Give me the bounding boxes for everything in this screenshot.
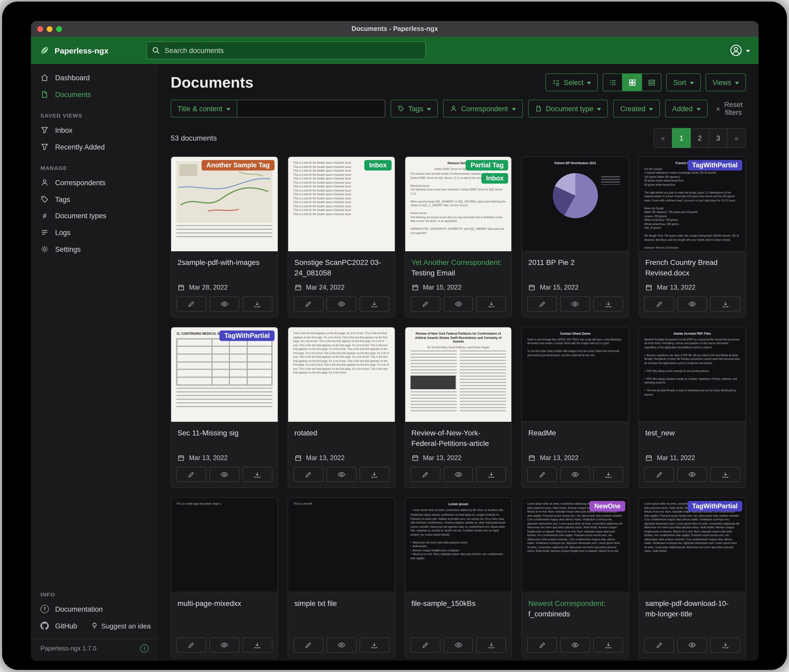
edit-button[interactable] (527, 637, 557, 653)
edit-button[interactable] (294, 637, 323, 653)
sidebar-item-github[interactable]: GitHub (31, 618, 77, 634)
document-thumbnail[interactable]: Review of New York Federal Petitions for… (405, 327, 511, 422)
document-thumbnail[interactable]: Lorem ipsum dolor sit amet, consectetur … (639, 498, 746, 592)
document-correspondent[interactable]: Yet Another Correspondent: (411, 258, 502, 266)
document-card[interactable]: Lorem ipsum dolor sit amet, consectetur … (638, 497, 746, 658)
download-button[interactable] (710, 296, 740, 312)
user-menu[interactable] (730, 44, 750, 57)
pagination-page-3[interactable]: 3 (709, 128, 728, 148)
document-title[interactable]: ReadMe (529, 428, 622, 450)
document-card[interactable]: Another Sample Tag 2sample-pdf-with-imag… (171, 156, 278, 317)
edit-button[interactable] (176, 467, 206, 482)
tag-badge[interactable]: TagWithPartial (687, 501, 742, 511)
document-card[interactable]: Release NotesSimba ODBC Driver for SQL S… (404, 156, 512, 317)
download-button[interactable] (359, 467, 389, 482)
sidebar-item-tags[interactable]: Tags (31, 191, 158, 208)
document-title[interactable]: Sec 11-Missing sig (177, 428, 272, 450)
pagination-prev[interactable]: « (653, 128, 672, 148)
document-card[interactable]: Contact Sheet DemoGiven a set of image f… (522, 327, 629, 488)
view-button[interactable] (326, 637, 356, 653)
edit-button[interactable] (644, 296, 674, 312)
grid-view-button[interactable] (622, 73, 642, 91)
view-button[interactable] (677, 637, 707, 653)
pagination-page-2[interactable]: 2 (690, 128, 709, 148)
title-content-dropdown[interactable]: Title & content (171, 100, 237, 118)
edit-button[interactable] (410, 467, 440, 482)
edit-button[interactable] (644, 637, 674, 653)
document-card[interactable]: This is a multi page document. Page 1. m… (171, 497, 278, 658)
edit-button[interactable] (410, 296, 440, 312)
search-input[interactable] (146, 41, 425, 59)
list-view-button[interactable] (603, 73, 623, 91)
document-type-filter-dropdown[interactable]: Document type (528, 100, 608, 118)
select-dropdown[interactable]: Select (545, 73, 598, 91)
document-thumbnail[interactable]: This is a test file. (288, 498, 395, 592)
download-button[interactable] (359, 296, 389, 312)
view-button[interactable] (677, 296, 707, 312)
document-card[interactable]: Adobe Acrobat PDF FilesAdobe® Portable D… (638, 327, 746, 488)
view-button[interactable] (561, 296, 590, 312)
sidebar-item-dashboard[interactable]: Dashboard (31, 69, 158, 86)
sidebar-item-document-types[interactable]: # Document types (31, 208, 158, 224)
download-button[interactable] (593, 637, 623, 653)
tag-badge[interactable]: NewOne (589, 501, 625, 511)
document-title[interactable]: 2011 BP Pie 2 (529, 258, 622, 280)
tag-badge[interactable]: Inbox (481, 173, 508, 184)
pagination-page-1[interactable]: 1 (672, 128, 691, 148)
document-title[interactable]: 2sample-pdf-with-images (177, 258, 272, 280)
document-thumbnail[interactable]: Patient BP Distribution 2011 (522, 157, 629, 251)
document-title[interactable]: Review-of-New-York-Federal-Petitions-art… (411, 428, 505, 450)
sort-dropdown[interactable]: Sort (666, 73, 701, 91)
views-dropdown[interactable]: Views (706, 73, 746, 91)
sidebar-item-logs[interactable]: Logs (31, 224, 158, 241)
download-button[interactable] (593, 296, 623, 312)
sidebar-item-inbox[interactable]: Inbox (31, 122, 158, 139)
document-thumbnail[interactable]: Lorem ipsumLorem ipsum dolor sit amet, c… (405, 498, 511, 592)
tag-badge[interactable]: TagWithPartial (687, 160, 742, 170)
view-button[interactable] (209, 296, 240, 312)
document-card[interactable]: Lorem ipsum dolor sit amet, consectetur … (522, 497, 629, 658)
sidebar-item-documents[interactable]: Documents (31, 86, 158, 103)
tags-filter-dropdown[interactable]: Tags (391, 100, 438, 118)
document-title[interactable]: Newest Correspondent: f_combineds (529, 599, 622, 621)
tag-badge[interactable]: Inbox (364, 160, 391, 170)
tag-badge[interactable]: TagWithPartial (220, 331, 275, 341)
document-thumbnail[interactable]: Lorem ipsum dolor sit amet, consectetur … (522, 498, 629, 592)
download-button[interactable] (243, 467, 272, 482)
view-button[interactable] (677, 467, 707, 482)
view-button[interactable] (326, 296, 356, 312)
document-title[interactable]: sample-pdf-download-10-mb-longer-title (645, 599, 739, 621)
document-card[interactable]: Review of New York Federal Petitions for… (404, 327, 512, 488)
created-filter-dropdown[interactable]: Created (613, 100, 660, 118)
maximize-button[interactable] (56, 26, 62, 32)
info-icon[interactable]: i (140, 644, 149, 653)
download-button[interactable] (593, 467, 623, 482)
document-title[interactable]: rotated (294, 428, 388, 450)
document-title[interactable]: multi-page-mixedxx (177, 599, 272, 621)
document-title[interactable]: file-sample_150kBs (411, 599, 505, 621)
reset-filters-button[interactable]: × Reset filters (712, 100, 746, 117)
document-title[interactable]: Yet Another Correspondent: Testing Email (411, 258, 505, 280)
document-card[interactable]: This is a test file. simple txt file (287, 497, 395, 658)
document-thumbnail[interactable]: Contact Sheet DemoGiven a set of image f… (522, 327, 629, 422)
document-thumbnail[interactable]: French Country BreadFor the Leaven: 1 he… (639, 157, 746, 251)
document-thumbnail[interactable]: 11. CONTINUING MEDICAL EDUCATION (171, 327, 278, 422)
view-button[interactable] (209, 637, 240, 653)
document-title[interactable]: French Country Bread Revised.docx (645, 258, 739, 280)
document-card[interactable]: This is the text that appears on the fir… (287, 327, 395, 488)
tag-badge[interactable]: Partial Tag (466, 160, 508, 170)
document-thumbnail[interactable]: Adobe Acrobat PDF FilesAdobe® Portable D… (639, 327, 746, 422)
download-button[interactable] (476, 296, 506, 312)
document-card[interactable]: French Country BreadFor the Leaven: 1 he… (638, 156, 746, 317)
download-button[interactable] (710, 637, 740, 653)
tag-badge[interactable]: Another Sample Tag (201, 160, 274, 170)
document-thumbnail[interactable]: This is a test for the double space char… (288, 157, 395, 251)
edit-button[interactable] (294, 296, 323, 312)
minimize-button[interactable] (47, 26, 53, 32)
document-card[interactable]: Lorem ipsumLorem ipsum dolor sit amet, c… (404, 497, 512, 658)
edit-button[interactable] (527, 296, 557, 312)
download-button[interactable] (243, 637, 272, 653)
document-thumbnail[interactable] (171, 157, 278, 251)
document-thumbnail[interactable]: This is a multi page document. Page 1. (171, 498, 278, 592)
edit-button[interactable] (644, 467, 674, 482)
